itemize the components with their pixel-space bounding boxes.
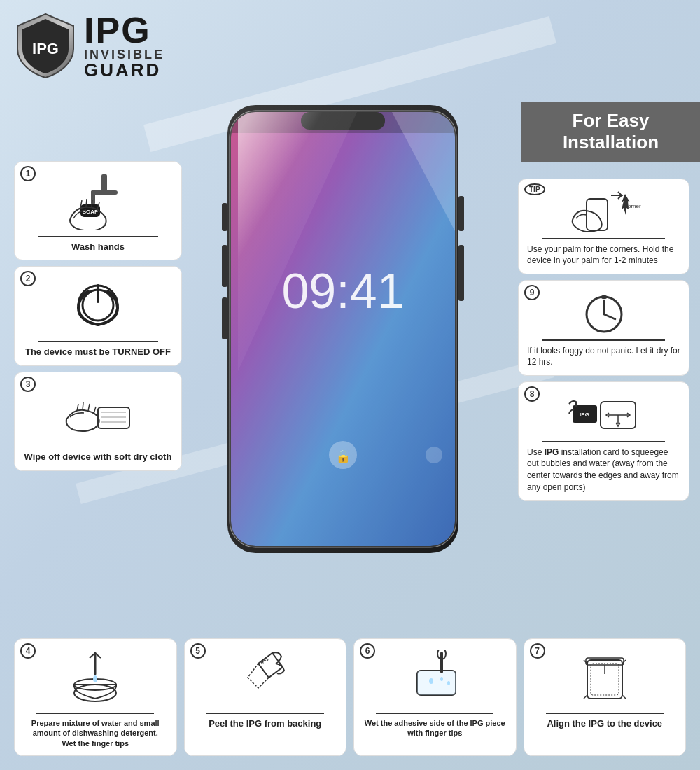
phone-svg: 09:41 🔒 (217, 91, 469, 567)
step-7-box: 7 Align the IPG to the (524, 638, 687, 756)
svg-point-40 (440, 677, 443, 681)
step-6-number: 6 (360, 643, 375, 659)
svg-rect-15 (222, 203, 227, 231)
step-8-divider (542, 441, 665, 442)
wipe-icon (59, 381, 136, 440)
step-9-icon-area (527, 288, 680, 337)
svg-rect-12 (230, 111, 456, 547)
step-8-box: 8 IPG (518, 382, 690, 501)
step-3-box: 3 Wipe off device with (14, 372, 182, 471)
step-5-box: 5 IPG Peel the IPG from backing (184, 638, 347, 756)
step-1-icon-area: SOAP (23, 169, 173, 232)
main-container: IPG IPG INVISIBLE GUARD For Easy Install… (0, 0, 700, 770)
clock-icon (576, 290, 632, 335)
svg-line-49 (622, 695, 626, 699)
step-1-number: 1 (20, 166, 36, 181)
step-7-divider (546, 713, 664, 715)
svg-point-41 (447, 681, 450, 685)
svg-text:IPG: IPG (260, 656, 270, 664)
step-1-box: 1 SOAP (14, 161, 182, 260)
step-9-box: 9 If it looks foggy do not panic. Let it… (518, 280, 690, 376)
right-column: TIP corner Use your palm for the corners… (518, 178, 690, 501)
brand-ipg: IPG (84, 12, 164, 48)
step-6-text: Wet the adhesive side of the IPG piece w… (361, 718, 509, 738)
step-4-text: Prepare mixture of water and small amoun… (22, 718, 169, 748)
power-icon (70, 277, 126, 333)
brand-text: IPG INVISIBLE GUARD (84, 12, 164, 79)
step-8-icon-area: IPG (527, 389, 680, 438)
step-6-divider (376, 713, 493, 715)
phone-image: 09:41 🔒 (217, 91, 469, 567)
svg-rect-55 (601, 295, 607, 299)
step-2-box: 2 The device must be TURNED OFF (14, 266, 182, 365)
ipg-shield-logo: IPG (14, 10, 77, 80)
step-4-box: 4 Prepare mixture of water and small amo… (14, 638, 177, 756)
step-5-divider (206, 713, 324, 715)
step-8-text: Use IPG installation card to squeegee ou… (527, 447, 680, 493)
step-5-icon-area: IPG (192, 646, 340, 709)
step-6-box: 6 Wet the adhesive side of the IPG piece… (354, 638, 517, 756)
svg-rect-14 (458, 245, 464, 301)
step-5-number: 5 (190, 643, 206, 659)
tip-box: TIP corner Use your palm for the corners… (518, 178, 690, 274)
step-4-divider (36, 713, 154, 715)
tip-text: Use your palm for the corners. Hold the … (527, 244, 680, 267)
easy-install-title: For Easy Installation (563, 110, 659, 153)
wash-hands-icon: SOAP (59, 171, 136, 230)
svg-point-39 (429, 678, 433, 684)
svg-line-54 (604, 314, 615, 319)
bowl-icon (60, 650, 130, 706)
svg-line-48 (584, 695, 587, 699)
step-2-icon-area (23, 274, 173, 337)
step-3-number: 3 (20, 377, 36, 392)
step-7-icon-area (531, 646, 679, 709)
svg-rect-17 (222, 298, 227, 340)
svg-rect-16 (222, 245, 227, 287)
bottom-row: 4 Prepare mixture of water and small amo… (14, 638, 686, 756)
tip-icon-area: corner (527, 186, 680, 235)
svg-text:IPG: IPG (32, 40, 59, 57)
brand-guard: GUARD (84, 61, 164, 79)
step-6-icon-area (361, 646, 509, 709)
align-icon (573, 650, 636, 706)
step-4-number: 4 (20, 643, 36, 659)
svg-rect-13 (458, 196, 464, 231)
step-9-number: 9 (524, 285, 540, 300)
svg-rect-28 (98, 407, 130, 428)
step-1-text: Wash hands (23, 241, 173, 253)
step-9-divider (542, 340, 665, 341)
easy-install-box: For Easy Installation (522, 102, 700, 162)
step-7-text: Align the IPG to the device (531, 718, 679, 730)
step-2-divider (38, 341, 158, 342)
step-3-text: Wipe off device with soft dry cloth (23, 451, 173, 463)
step-2-text: The device must be TURNED OFF (23, 346, 173, 358)
svg-text:IPG: IPG (580, 412, 589, 418)
step-3-icon-area (23, 379, 173, 442)
peel-icon: IPG (234, 650, 297, 706)
palm-tip-icon: corner (566, 188, 643, 234)
step-9-text: If it looks foggy do not panic. Let it d… (527, 345, 680, 369)
step-5-text: Peel the IPG from backing (192, 718, 340, 730)
squeegee-icon: IPG (566, 391, 643, 437)
step-1-divider (38, 236, 158, 237)
svg-point-34 (93, 676, 97, 682)
tip-badge: TIP (524, 183, 545, 195)
step-4-icon-area (22, 646, 169, 709)
wet-adhesive-icon (403, 650, 466, 706)
step-7-number: 7 (530, 643, 545, 659)
step-3-divider (38, 447, 158, 448)
header-logo: IPG IPG INVISIBLE GUARD (14, 10, 164, 80)
left-column: 1 SOAP (14, 161, 182, 471)
tip-divider (542, 238, 665, 239)
